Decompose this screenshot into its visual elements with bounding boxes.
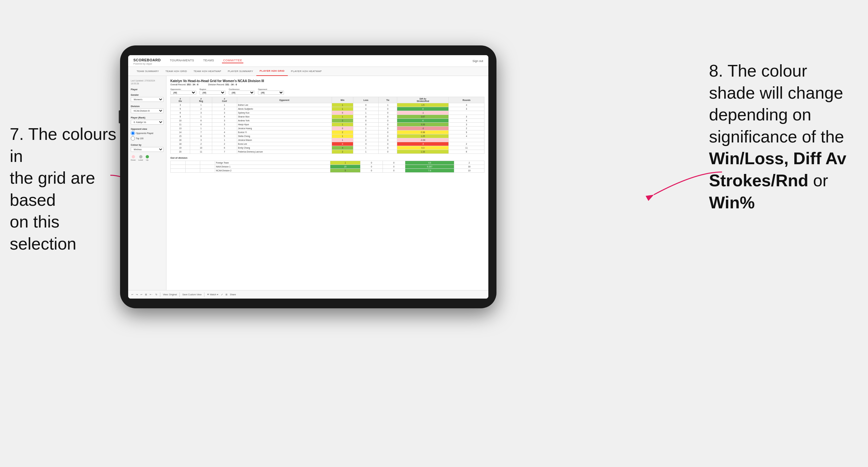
toolbar-redo[interactable]: ↪	[136, 293, 138, 296]
cell-tie: 0	[379, 107, 397, 111]
sidebar-radio-top100[interactable]: Top 100	[131, 136, 163, 141]
sidebar-radio-opponents[interactable]: Opponents Played	[131, 131, 163, 135]
cell-div: 20	[171, 150, 190, 154]
cell-diff: 0.38	[397, 130, 449, 134]
nav-item-teams[interactable]: TEAMS	[202, 59, 215, 63]
logo-scoreboard: SCOREBOARD	[133, 58, 161, 62]
sidebar-opponent-view-section: Opponent view Opponents Played Top 100	[131, 128, 163, 141]
nav-item-committee[interactable]: COMMITTEE	[222, 59, 244, 63]
cell-conf	[200, 161, 215, 165]
filter-opponent-select[interactable]: (All)	[258, 91, 284, 95]
toolbar-more[interactable]: ✂ ·	[150, 293, 153, 296]
sidebar-radio-top100-input[interactable]	[131, 136, 135, 141]
out-of-division-row: NAIA Division 1 15 0 0 9.267 30	[171, 165, 485, 169]
toolbar-save-custom[interactable]: Save Custom View	[182, 293, 202, 295]
toolbar-undo[interactable]: ↩	[131, 293, 133, 296]
annotation-left: 7. The colours in the grid are based on …	[10, 123, 120, 255]
grid-records: Overall Record: 353 - 34 - 6 Division Re…	[170, 84, 485, 86]
sidebar-player-rank-select[interactable]: 8. Katelyn Vo	[131, 120, 163, 125]
cell-reg: 6	[190, 123, 212, 127]
toolbar-copy[interactable]: ⊞	[145, 293, 147, 296]
cell-reg: 1	[190, 127, 212, 130]
cell-div: 11	[171, 123, 190, 127]
cell-loss: 0	[353, 119, 379, 123]
annotation-left-line2: the grid are based	[10, 168, 95, 209]
cell-conf: 4	[212, 130, 237, 134]
cell-conf: 2	[212, 142, 237, 146]
sidebar-gender-select[interactable]: Women's	[131, 97, 163, 102]
col-header-tie: Tie	[379, 97, 397, 103]
sidebar-colour-by-select[interactable]: Win/loss	[131, 147, 163, 152]
sub-nav-team-h2h-grid[interactable]: TEAM H2H GRID	[162, 67, 190, 76]
nav-sign-out[interactable]: Sign out	[472, 59, 483, 63]
cell-loss: 0	[360, 161, 382, 165]
cell-rounds: 2	[449, 142, 485, 146]
cell-reg: 11	[190, 150, 212, 154]
col-header-opponent: Opponent	[237, 97, 332, 103]
col-header-div: #Div	[171, 97, 190, 103]
toolbar-grid[interactable]: ⊞	[225, 293, 227, 296]
cell-rounds: 4	[449, 119, 485, 123]
tablet-power-button	[119, 110, 120, 123]
table-row: 16 3 1 Jessica Mason 1 2 0 -0.94	[171, 138, 485, 142]
filter-opponent-label: Opponent	[258, 88, 284, 90]
cell-tie: 0	[379, 130, 397, 134]
sub-nav-player-summary[interactable]: PLAYER SUMMARY	[224, 67, 256, 76]
grid-title: Katelyn Vo Head-to-Head Grid for Women's…	[170, 79, 485, 83]
cell-tie: 0	[382, 161, 405, 165]
toolbar-step-back[interactable]: ↩	[141, 293, 143, 296]
cell-loss: 0	[353, 103, 379, 107]
cell-win: 0	[332, 111, 353, 115]
cell-diff: 3.33	[397, 123, 449, 127]
cell-win: 0	[332, 142, 353, 146]
toolbar-watch[interactable]: 👁 Watch ▾	[207, 293, 218, 296]
cell-rounds: 11	[449, 146, 485, 150]
toolbar-view-original[interactable]: View: Original	[163, 293, 177, 295]
annotation-right-line1: 8. The colour	[709, 61, 807, 80]
cell-tie: 0	[382, 169, 405, 173]
annotation-right-bold2: Diff Av	[794, 149, 846, 168]
filter-conference-label: Conference	[229, 88, 255, 90]
table-row: 13 1 1 Jessica Huang 0 1 0 -3 2	[171, 127, 485, 130]
cell-diff: 0.3	[397, 146, 449, 150]
sub-nav-team-h2h-heatmap[interactable]: TEAM H2H HEATMAP	[190, 67, 224, 76]
cell-rounds: 30	[454, 165, 485, 169]
cell-win: 1	[332, 103, 353, 107]
main-content: Last Updated: 27/03/2024 16:55:38 Player…	[128, 76, 488, 290]
filter-conference-select[interactable]: (All)	[229, 91, 255, 95]
cell-div: 5	[171, 107, 190, 111]
filter-opponents-select[interactable]: (All)	[170, 91, 196, 95]
cell-rounds: 3	[449, 115, 485, 119]
toolbar-sep-3	[204, 292, 205, 297]
cell-reg: 3	[190, 111, 212, 115]
cell-diff: 1.33	[397, 150, 449, 154]
col-header-conf: #Conf	[212, 97, 237, 103]
sub-nav-player-h2h-grid[interactable]: PLAYER H2H GRID	[256, 67, 288, 76]
cell-win: 2	[332, 119, 353, 123]
toolbar-expand[interactable]: ⤢	[221, 293, 223, 296]
cell-div: 14	[171, 130, 190, 134]
annotation-left-line1: 7. The colours in	[10, 125, 117, 165]
nav-item-tournaments[interactable]: TOURNAMENTS	[168, 59, 195, 63]
table-row: 19 10 6 Emily Chang 4 1 0 0.3 11	[171, 146, 485, 150]
sub-nav-team-summary[interactable]: TEAM SUMMARY	[133, 67, 162, 76]
cell-win: 1	[332, 123, 353, 127]
sidebar-radio-opponents-input[interactable]	[131, 131, 135, 135]
cell-loss: 0	[360, 169, 382, 173]
cell-name: Heejo Hyun	[237, 123, 332, 127]
sub-nav-player-h2h-heatmap[interactable]: PLAYER H2H HEATMAP	[288, 67, 325, 76]
toolbar-refresh[interactable]: ↻	[155, 293, 157, 296]
cell-conf: 2	[212, 107, 237, 111]
cell-reg: 1	[190, 103, 212, 107]
cell-win: 1	[330, 161, 361, 165]
cell-loss: 1	[353, 150, 379, 154]
data-panel: Katelyn Vo Head-to-Head Grid for Women's…	[166, 76, 488, 290]
annotation-right-bold1: Win/Loss,	[709, 149, 788, 168]
cell-rounds: 9	[449, 130, 485, 134]
sidebar-division-select[interactable]: NCAA Division III	[131, 108, 163, 113]
cell-reg: 10	[190, 146, 212, 150]
cell-diff: -1	[397, 111, 449, 115]
filter-region-select[interactable]: (All)	[199, 91, 225, 95]
toolbar-share[interactable]: Share	[230, 293, 236, 295]
cell-conf: 1	[212, 103, 237, 107]
